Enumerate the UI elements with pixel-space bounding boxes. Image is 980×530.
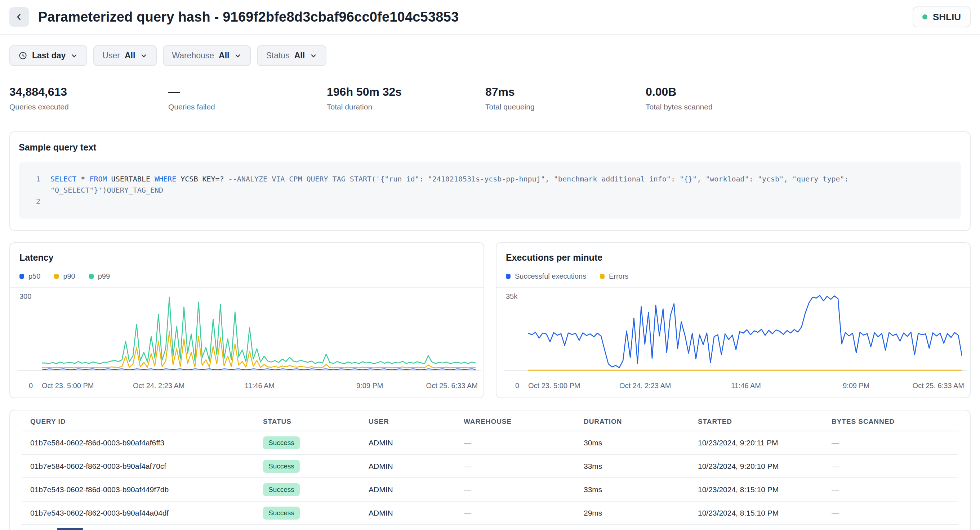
executions-per-minute-chart: [528, 291, 962, 371]
column-header-status: Status: [263, 418, 369, 425]
cell-status: Success: [263, 460, 369, 473]
column-header-warehouse: Warehouse: [464, 418, 584, 425]
y-axis-max-label: 300: [19, 292, 31, 301]
user-filter-label: User: [102, 51, 120, 60]
x-axis-tick-label: 11:46 AM: [731, 382, 761, 390]
stat-value: 196h 50m 32s: [327, 85, 485, 98]
sample-query-title: Sample query text: [19, 142, 961, 153]
x-axis-tick-label: Oct 24. 2:23 AM: [619, 382, 671, 390]
chart-plot: [528, 291, 962, 371]
legend-label: Errors: [609, 272, 628, 281]
legend-dot-icon: [89, 274, 94, 279]
table-row[interactable]: 01b7e584-0602-f862-0003-b90af4af70cfSucc…: [22, 455, 958, 478]
status-badge: Success: [263, 483, 300, 496]
legend-item-p50[interactable]: p50: [19, 272, 40, 281]
user-filter[interactable]: User All: [93, 45, 157, 66]
cell-started: 10/23/2024, 9:20:10 PM: [698, 462, 832, 471]
cell-warehouse: —: [464, 462, 584, 471]
legend-item-successful-executions[interactable]: Successful executions: [506, 272, 586, 281]
chart-title: Latency: [19, 252, 474, 263]
plot-area: 300: [10, 288, 484, 379]
stat-value: 0.00B: [646, 85, 970, 98]
legend-dot-icon: [600, 274, 605, 279]
status-filter-label: Status: [266, 51, 289, 60]
stat-label: Queries executed: [10, 103, 168, 111]
stat-total-queueing: 87ms Total queueing: [485, 85, 646, 111]
code-token-plain: YCSB_KEY=?: [176, 175, 228, 183]
cell-query-id: 01b7e543-0602-f862-0003-b90af44a04df: [22, 509, 263, 517]
column-header-started: Started: [698, 418, 832, 425]
stat-label: Total bytes scanned: [646, 103, 970, 111]
code-token-keyword: FROM: [89, 175, 107, 183]
environment-badge[interactable]: SHLIU: [913, 6, 970, 27]
x-axis-tick-label: 11:46 AM: [245, 382, 275, 390]
legend-label: Successful executions: [515, 272, 586, 281]
warehouse-filter[interactable]: Warehouse All: [163, 45, 251, 66]
legend-item-p90[interactable]: p90: [54, 272, 75, 281]
series-p99: [42, 297, 476, 363]
time-range-value: Last day: [32, 51, 65, 60]
stat-value: —: [168, 85, 327, 98]
code-token-keyword: SELECT: [51, 175, 76, 183]
stat-queries-executed: 34,884,613 Queries executed: [10, 85, 168, 111]
cell-bytes-scanned: —: [832, 438, 958, 447]
legend-dot-icon: [19, 274, 24, 279]
chevron-down-icon: [234, 52, 242, 60]
executions-panel: Executions per minute Successful executi…: [496, 242, 970, 398]
stat-label: Queries failed: [168, 103, 327, 111]
table-row[interactable]: 01b7e543-0602-f86d-0003-b90af449f7dbSucc…: [22, 478, 958, 501]
column-header-user: User: [369, 418, 464, 425]
cell-query-id: 01b7e584-0602-f86d-0003-b90af4af6ff3: [22, 438, 263, 447]
code-text: [51, 196, 952, 207]
x-axis-tick-label: Oct 25. 6:33 AM: [426, 382, 478, 390]
legend-item-errors[interactable]: Errors: [600, 272, 628, 281]
x-axis-tick-label: 9:09 PM: [356, 382, 383, 390]
table-row[interactable]: 01b7e584-0602-f86d-0003-b90af4af6ff3Succ…: [22, 432, 958, 455]
status-badge: Success: [263, 460, 300, 473]
latency-chart: [42, 291, 476, 371]
plot-area: 35k: [496, 288, 970, 379]
status-filter[interactable]: Status All: [257, 45, 326, 66]
cell-query-id: 01b7e584-0602-f862-0003-b90af4af70cf: [22, 462, 263, 471]
cell-bytes-scanned: —: [832, 486, 958, 494]
cell-duration: 33ms: [584, 462, 698, 471]
user-filter-value: All: [125, 51, 135, 60]
latency-panel: Latency p50p90p99 300 0Oct 23. 5:00 PMOc…: [10, 242, 484, 398]
stat-label: Total queueing: [485, 103, 646, 111]
partial-element-artifact: [57, 528, 83, 530]
legend-label: p90: [63, 272, 75, 281]
cell-status: Success: [263, 483, 369, 496]
series-successful-executions: [528, 295, 962, 368]
cell-started: 10/23/2024, 8:15:10 PM: [698, 509, 832, 517]
back-button[interactable]: [10, 7, 29, 27]
status-badge: Success: [263, 436, 300, 449]
legend-item-p99[interactable]: p99: [89, 272, 110, 281]
cell-warehouse: —: [464, 509, 584, 517]
cell-user: ADMIN: [369, 462, 464, 471]
status-dot-icon: [922, 14, 928, 19]
stat-total-duration: 196h 50m 32s Total duration: [327, 85, 485, 111]
chart-legend: Successful executionsErrors: [506, 272, 961, 281]
warehouse-filter-label: Warehouse: [172, 51, 214, 60]
column-header-query-id: Query ID: [22, 418, 263, 425]
charts-row: Latency p50p90p99 300 0Oct 23. 5:00 PMOc…: [10, 242, 970, 398]
code-lines: 1SELECT * FROM USERTABLE WHERE YCSB_KEY=…: [28, 173, 952, 207]
time-range-filter[interactable]: Last day: [10, 45, 87, 66]
code-token-plain: USERTABLE: [107, 175, 154, 183]
cell-user: ADMIN: [369, 438, 464, 447]
sql-code-block[interactable]: 1SELECT * FROM USERTABLE WHERE YCSB_KEY=…: [19, 162, 961, 219]
cell-warehouse: —: [464, 486, 584, 494]
table-row[interactable]: 01b7e543-0602-f862-0003-b90af44a04dfSucc…: [22, 501, 958, 525]
chart-title: Executions per minute: [506, 252, 961, 263]
environment-label: SHLIU: [933, 11, 961, 23]
sample-query-panel: Sample query text 1SELECT * FROM USERTAB…: [10, 132, 970, 231]
chevron-left-icon: [15, 13, 24, 21]
chevron-down-icon: [310, 52, 317, 60]
clock-icon: [18, 51, 27, 60]
table-body: 01b7e584-0602-f86d-0003-b90af4af6ff3Succ…: [22, 432, 958, 525]
chart-x-axis: 0Oct 23. 5:00 PMOct 24. 2:23 AM11:46 AM9…: [496, 382, 970, 392]
cell-query-id: 01b7e543-0602-f86d-0003-b90af449f7db: [22, 486, 263, 494]
chart-plot: [42, 291, 476, 371]
legend-label: p50: [29, 272, 40, 281]
stat-label: Total duration: [327, 103, 485, 111]
